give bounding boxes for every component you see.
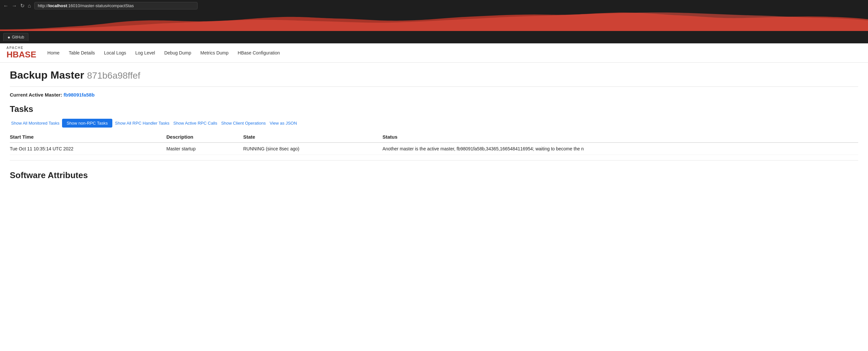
nav-hbase-configuration[interactable]: HBase Configuration bbox=[233, 48, 284, 58]
table-row: Tue Oct 11 10:35:14 UTC 2022 Master star… bbox=[10, 143, 858, 155]
active-master-line: Current Active Master: fb98091fa58b bbox=[10, 92, 858, 98]
page-title-text: Backup Master bbox=[10, 69, 84, 81]
github-icon: ● bbox=[7, 35, 10, 40]
software-section-title: Software Attributes bbox=[10, 170, 858, 180]
url-prefix: http:// bbox=[38, 3, 49, 8]
active-master-label: Current Active Master: bbox=[10, 92, 62, 98]
col-description: Description bbox=[166, 132, 243, 143]
forward-button[interactable]: → bbox=[12, 3, 17, 9]
btn-show-all-rpc-handler[interactable]: Show All RPC Handler Tasks bbox=[114, 119, 171, 128]
home-button[interactable]: ⌂ bbox=[28, 3, 31, 9]
nav-table-details[interactable]: Table Details bbox=[64, 48, 99, 58]
tasks-table: Start Time Description State Status Tue … bbox=[10, 132, 858, 155]
software-section: Software Attributes bbox=[10, 170, 858, 180]
back-button[interactable]: ← bbox=[3, 3, 8, 9]
url-host: localhost bbox=[48, 3, 67, 8]
cell-status: Another master is the active master, fb9… bbox=[382, 143, 858, 155]
nav-metrics-dump[interactable]: Metrics Dump bbox=[196, 48, 233, 58]
task-buttons: Show All Monitored Tasks Show non-RPC Ta… bbox=[10, 119, 858, 128]
btn-show-active-rpc[interactable]: Show Active RPC Calls bbox=[172, 119, 218, 128]
hbase-nav: APACHE HBASE Home Table Details Local Lo… bbox=[0, 43, 868, 63]
nav-local-logs[interactable]: Local Logs bbox=[100, 48, 131, 58]
cell-state: RUNNING (since 8sec ago) bbox=[243, 143, 382, 155]
github-tab[interactable]: ● GitHub bbox=[3, 33, 28, 41]
hbase-logo: APACHE HBASE bbox=[6, 46, 36, 60]
nav-log-level[interactable]: Log Level bbox=[131, 48, 160, 58]
server-id: 871b6a98ffef bbox=[87, 70, 141, 80]
github-bar: ● GitHub bbox=[0, 31, 868, 43]
divider-2 bbox=[10, 160, 858, 161]
url-rest: :16010/master-status#compactStas bbox=[67, 3, 134, 8]
nav-home[interactable]: Home bbox=[43, 48, 64, 58]
divider-1 bbox=[10, 86, 858, 87]
reload-button[interactable]: ↻ bbox=[20, 3, 25, 9]
cell-description: Master startup bbox=[166, 143, 243, 155]
btn-view-json[interactable]: View as JSON bbox=[269, 119, 299, 128]
btn-show-all-monitored[interactable]: Show All Monitored Tasks bbox=[10, 119, 61, 128]
brand-label: HBASE bbox=[6, 49, 36, 59]
github-tab-label: GitHub bbox=[12, 35, 24, 39]
col-status: Status bbox=[382, 132, 858, 143]
browser-chrome: ← → ↻ ⌂ http://localhost:16010/master-st… bbox=[0, 0, 868, 11]
tasks-section-title: Tasks bbox=[10, 104, 858, 114]
cell-start-time: Tue Oct 11 10:35:14 UTC 2022 bbox=[10, 143, 166, 155]
btn-show-client-ops[interactable]: Show Client Operations bbox=[220, 119, 267, 128]
nav-links: Home Table Details Local Logs Log Level … bbox=[43, 48, 284, 58]
graph-overlay bbox=[0, 11, 868, 31]
col-start-time: Start Time bbox=[10, 132, 166, 143]
btn-show-non-rpc[interactable]: Show non-RPC Tasks bbox=[62, 119, 112, 128]
tasks-table-head: Start Time Description State Status bbox=[10, 132, 858, 143]
apache-label: APACHE bbox=[6, 46, 36, 49]
col-state: State bbox=[243, 132, 382, 143]
active-master-link[interactable]: fb98091fa58b bbox=[64, 92, 95, 98]
tasks-table-body: Tue Oct 11 10:35:14 UTC 2022 Master star… bbox=[10, 143, 858, 155]
nav-debug-dump[interactable]: Debug Dump bbox=[160, 48, 196, 58]
main-content: Backup Master 871b6a98ffef Current Activ… bbox=[0, 63, 868, 191]
page-title: Backup Master 871b6a98ffef bbox=[10, 69, 858, 81]
address-bar[interactable]: http://localhost:16010/master-status#com… bbox=[34, 2, 197, 9]
